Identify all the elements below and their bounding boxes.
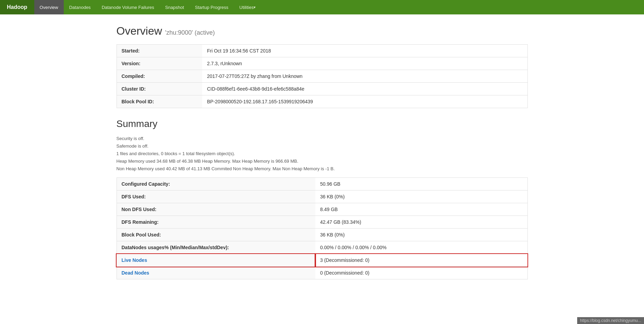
summary-link-label[interactable]: Live Nodes <box>122 257 147 263</box>
summary-label: DFS Used: <box>117 190 315 203</box>
summary-title: Summary <box>117 118 528 129</box>
summary-value: 50.96 GB <box>315 178 527 190</box>
summary-label: Configured Capacity: <box>117 178 315 190</box>
summary-row: DFS Remaining:42.47 GB (83.34%) <box>117 216 527 229</box>
nav-item-startup-progress[interactable]: Startup Progress <box>190 0 234 14</box>
info-label: Compiled: <box>117 70 202 83</box>
summary-row: DFS Used:36 KB (0%) <box>117 190 527 203</box>
summary-label: Live Nodes <box>117 254 315 267</box>
summary-value: 8.49 GB <box>315 203 527 216</box>
summary-text-line: Non Heap Memory used 40.42 MB of 41.13 M… <box>117 165 528 173</box>
navbar: Hadoop Overview Datanodes Datanode Volum… <box>0 0 644 14</box>
summary-row: DataNodes usages% (Min/Median/Max/stdDev… <box>117 241 527 254</box>
summary-label: DataNodes usages% (Min/Median/Max/stdDev… <box>117 241 315 254</box>
info-row: Started: Fri Oct 19 16:34:56 CST 2018 <box>117 45 527 57</box>
summary-label: Block Pool Used: <box>117 229 315 241</box>
summary-text-line: Safemode is off. <box>117 142 528 150</box>
nav-brand: Hadoop <box>0 0 34 14</box>
main-content: Overview 'zhu:9000' (active) Started: Fr… <box>110 14 535 290</box>
summary-row: Dead Nodes0 (Decommissioned: 0) <box>117 267 527 279</box>
info-label: Block Pool ID: <box>117 95 202 108</box>
info-value: CID-088f6ef1-6ee6-43b8-9d16-efe6c588a84e <box>202 83 527 95</box>
page-title: Overview 'zhu:9000' (active) <box>117 25 528 37</box>
summary-label: Non DFS Used: <box>117 203 315 216</box>
summary-text-line: 1 files and directories, 0 blocks = 1 to… <box>117 150 528 158</box>
nav-item-datanode-volume-failures[interactable]: Datanode Volume Failures <box>96 0 160 14</box>
info-value: Fri Oct 19 16:34:56 CST 2018 <box>202 45 527 57</box>
info-row: Compiled: 2017-07-27T05:27Z by zhang fro… <box>117 70 527 83</box>
nav-item-datanodes[interactable]: Datanodes <box>64 0 96 14</box>
summary-row: Non DFS Used:8.49 GB <box>117 203 527 216</box>
info-table: Started: Fri Oct 19 16:34:56 CST 2018 Ve… <box>117 44 528 108</box>
summary-text-line: Heap Memory used 34.68 MB of 46.38 MB He… <box>117 158 528 165</box>
summary-value: 36 KB (0%) <box>315 229 527 241</box>
summary-text-block: Security is off.Safemode is off.1 files … <box>117 135 528 173</box>
info-row: Block Pool ID: BP-2098000520-192.168.17.… <box>117 95 527 108</box>
info-label: Version: <box>117 57 202 70</box>
summary-label: DFS Remaining: <box>117 216 315 229</box>
info-value: 2017-07-27T05:27Z by zhang from Unknown <box>202 70 527 83</box>
summary-value: 0 (Decommissioned: 0) <box>315 267 527 279</box>
info-label: Started: <box>117 45 202 57</box>
summary-text-line: Security is off. <box>117 135 528 142</box>
summary-row: Configured Capacity:50.96 GB <box>117 178 527 190</box>
nav-item-overview[interactable]: Overview <box>34 0 64 14</box>
overview-title-text: Overview <box>117 25 162 37</box>
info-row: Version: 2.7.3, rUnknown <box>117 57 527 70</box>
summary-table: Configured Capacity:50.96 GBDFS Used:36 … <box>117 177 528 279</box>
summary-row: Block Pool Used:36 KB (0%) <box>117 229 527 241</box>
summary-value: 42.47 GB (83.34%) <box>315 216 527 229</box>
summary-link-label[interactable]: Dead Nodes <box>122 270 149 276</box>
summary-value: 36 KB (0%) <box>315 190 527 203</box>
nav-item-utilities[interactable]: Utilities <box>234 0 261 14</box>
summary-label: Dead Nodes <box>117 267 315 279</box>
info-row: Cluster ID: CID-088f6ef1-6ee6-43b8-9d16-… <box>117 83 527 95</box>
summary-value: 3 (Decommissioned: 0) <box>315 254 527 267</box>
summary-value: 0.00% / 0.00% / 0.00% / 0.00% <box>315 241 527 254</box>
info-value: 2.7.3, rUnknown <box>202 57 527 70</box>
overview-subtitle: 'zhu:9000' (active) <box>165 29 215 36</box>
nav-item-snapshot[interactable]: Snapshot <box>160 0 190 14</box>
info-label: Cluster ID: <box>117 83 202 95</box>
summary-row: Live Nodes3 (Decommissioned: 0) <box>117 254 527 267</box>
info-value: BP-2098000520-192.168.17.165-15399192064… <box>202 95 527 108</box>
